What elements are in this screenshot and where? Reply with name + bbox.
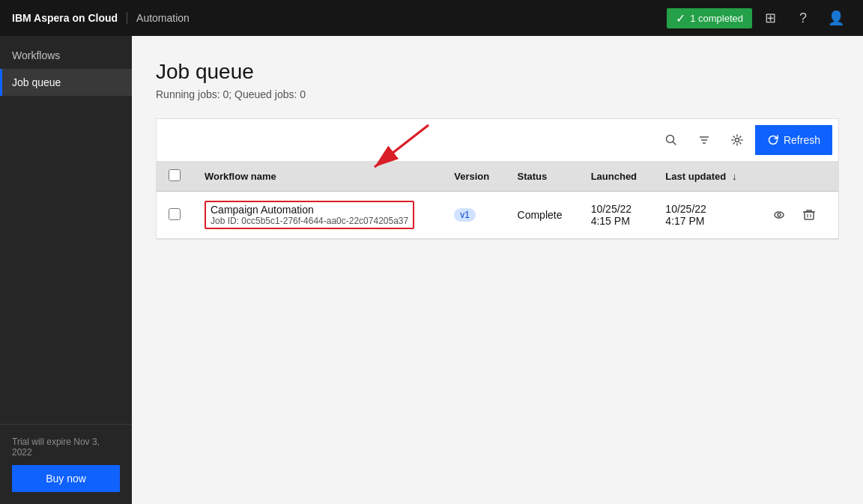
- updated-time: 4:17 PM: [665, 215, 743, 227]
- sort-down-icon: ↓: [732, 171, 737, 182]
- check-icon: ✓: [676, 11, 685, 25]
- settings-icon-button[interactable]: [722, 125, 752, 155]
- launched-date: 10/25/22: [591, 203, 642, 215]
- table-row: Campaign Automation Job ID: 0cc5b5c1-276…: [157, 192, 838, 239]
- launched-time: 4:15 PM: [591, 215, 642, 227]
- completed-count: 1 completed: [690, 13, 743, 24]
- row-actions-cell: [755, 192, 838, 239]
- version-badge: v1: [454, 208, 476, 222]
- col-workflow-name: Workflow name: [193, 162, 442, 192]
- svg-line-2: [673, 142, 676, 145]
- row-updated-cell: 10/25/22 4:17 PM: [653, 192, 755, 239]
- page-subtitle: Running jobs: 0; Queued jobs: 0: [156, 88, 839, 100]
- col-version: Version: [442, 162, 505, 192]
- sidebar: Workflows Job queue Trial will expire No…: [0, 36, 132, 504]
- filter-icon-button[interactable]: [689, 125, 719, 155]
- nav-divider: [127, 12, 127, 24]
- row-launched-cell: 10/25/22 4:15 PM: [579, 192, 654, 239]
- help-icon-button[interactable]: ?: [788, 3, 818, 33]
- main-content: Job queue Running jobs: 0; Queued jobs: …: [132, 36, 863, 504]
- row-status-cell: Complete: [506, 192, 579, 239]
- trial-expiry-text: Trial will expire Nov 3, 2022: [12, 437, 120, 458]
- select-all-header: [157, 162, 193, 192]
- svg-point-6: [735, 139, 739, 142]
- row-checkbox[interactable]: [169, 208, 181, 220]
- nav-brand-section: IBM Aspera on Cloud Automation: [12, 12, 190, 24]
- job-queue-table: Workflow name Version Status Launched La: [157, 162, 838, 239]
- col-actions: [755, 162, 838, 192]
- delete-icon-button[interactable]: [797, 203, 821, 227]
- sidebar-item-workflows[interactable]: Workflows: [0, 42, 132, 69]
- sidebar-bottom: Trial will expire Nov 3, 2022 Buy now: [0, 424, 132, 504]
- svg-point-7: [775, 212, 784, 218]
- row-version-cell: v1: [442, 192, 505, 239]
- workflow-job-id: Job ID: 0cc5b5c1-276f-4644-aa0c-22c07420…: [211, 216, 408, 226]
- page-title: Job queue: [156, 60, 839, 84]
- top-navigation: IBM Aspera on Cloud Automation ✓ 1 compl…: [0, 0, 863, 36]
- app-brand: IBM Aspera on Cloud: [12, 12, 118, 24]
- sidebar-nav: Workflows Job queue: [0, 36, 132, 96]
- col-last-updated[interactable]: Last updated ↓: [653, 162, 755, 192]
- svg-rect-9: [805, 212, 814, 219]
- row-workflow-name-cell: Campaign Automation Job ID: 0cc5b5c1-276…: [193, 192, 442, 239]
- select-all-checkbox[interactable]: [169, 169, 181, 181]
- main-layout: Workflows Job queue Trial will expire No…: [0, 36, 863, 504]
- search-icon-button[interactable]: [656, 125, 686, 155]
- completed-badge: ✓ 1 completed: [667, 8, 752, 28]
- job-queue-table-container: Refresh Workflow name Version: [156, 118, 839, 240]
- updated-date: 10/25/22: [665, 203, 743, 215]
- table-toolbar: Refresh: [157, 119, 838, 162]
- col-status: Status: [506, 162, 579, 192]
- user-icon-button[interactable]: 👤: [821, 3, 851, 33]
- svg-point-8: [778, 213, 781, 216]
- refresh-button[interactable]: Refresh: [755, 125, 832, 155]
- status-text: Complete: [518, 209, 563, 221]
- sidebar-item-job-queue[interactable]: Job queue: [0, 69, 132, 96]
- workflow-name: Campaign Automation: [211, 204, 408, 216]
- refresh-label: Refresh: [784, 134, 820, 146]
- buy-now-button[interactable]: Buy now: [12, 465, 120, 492]
- workflow-name-highlight-box: Campaign Automation Job ID: 0cc5b5c1-276…: [205, 201, 414, 229]
- col-launched: Launched: [579, 162, 654, 192]
- row-checkbox-cell: [157, 192, 193, 239]
- action-icons: [767, 203, 826, 227]
- nav-section: Automation: [136, 12, 190, 24]
- view-icon-button[interactable]: [767, 203, 791, 227]
- table-header-row: Workflow name Version Status Launched La: [157, 162, 838, 192]
- nav-right-section: ✓ 1 completed ⊞ ? 👤: [667, 3, 851, 33]
- grid-icon-button[interactable]: ⊞: [755, 3, 785, 33]
